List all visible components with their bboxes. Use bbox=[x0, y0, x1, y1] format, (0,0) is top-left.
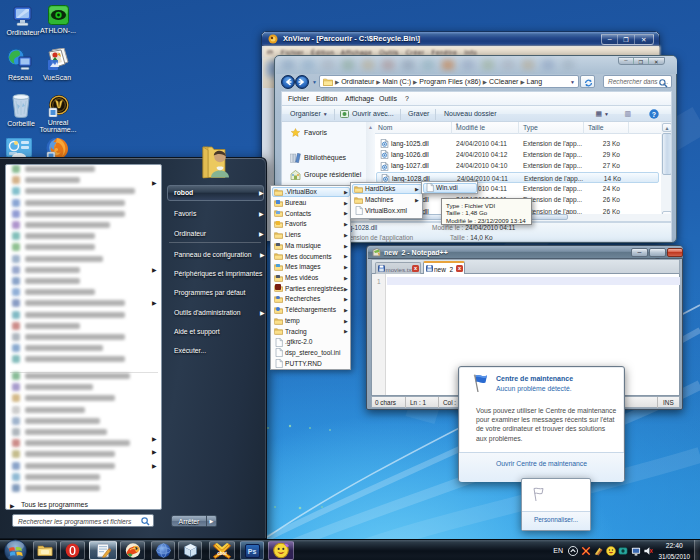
svg-text:?: ? bbox=[652, 111, 656, 118]
svg-text:cbot: cbot bbox=[217, 550, 227, 555]
